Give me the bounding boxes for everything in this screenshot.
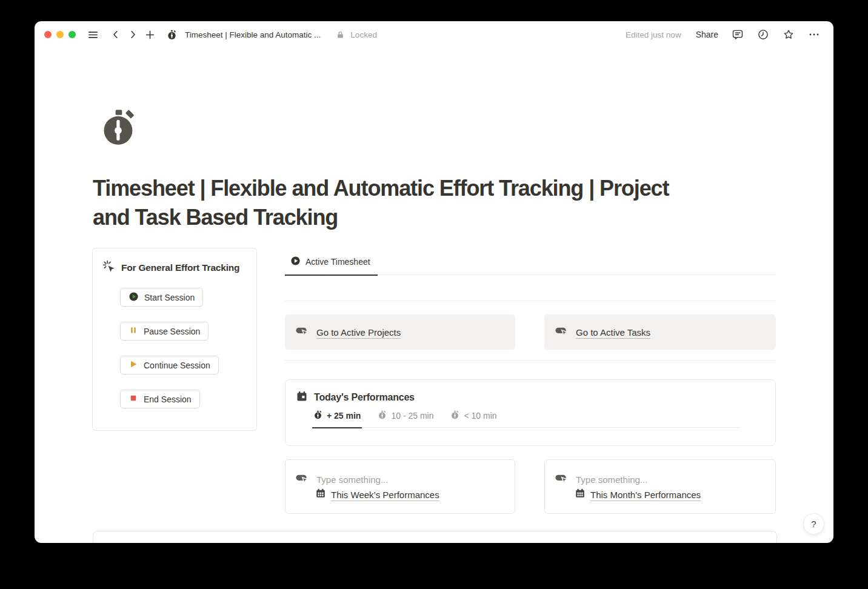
timesheet-tab-bar: Active Timesheet bbox=[285, 253, 776, 275]
button-click-icon bbox=[295, 471, 309, 488]
more-options-icon[interactable] bbox=[807, 27, 821, 42]
tab-stopwatch-icon bbox=[164, 27, 179, 42]
button-click-icon bbox=[295, 324, 309, 341]
lock-icon bbox=[333, 27, 347, 42]
stopwatch-icon bbox=[313, 410, 322, 421]
button-click-icon bbox=[555, 324, 569, 341]
todays-performances-heading: Today's Performances bbox=[314, 392, 415, 403]
calendar-icon bbox=[296, 390, 308, 405]
partial-card bbox=[93, 531, 777, 543]
today-tabs: + 25 min 10 - 25 min < 10 min bbox=[312, 408, 740, 428]
lock-toggle[interactable]: Locked bbox=[333, 27, 377, 42]
play-circle-icon bbox=[129, 291, 139, 304]
month-performance-widget: Type something... This Month's Performan… bbox=[544, 459, 776, 514]
traffic-lights bbox=[44, 31, 76, 38]
go-to-active-tasks-link[interactable]: Go to Active Tasks bbox=[576, 327, 650, 338]
pause-icon bbox=[129, 325, 138, 337]
history-clock-icon[interactable] bbox=[756, 27, 770, 42]
week-performance-widget: Type something... This Week’s Performanc… bbox=[285, 459, 515, 514]
end-session-label: End Session bbox=[144, 394, 192, 404]
start-session-label: Start Session bbox=[144, 293, 195, 302]
page-stopwatch-icon[interactable] bbox=[99, 107, 138, 147]
tab-plus-25-min-label: + 25 min bbox=[327, 411, 361, 421]
share-button[interactable]: Share bbox=[696, 30, 718, 39]
this-months-performances-link[interactable]: This Month's Performances bbox=[590, 490, 701, 500]
continue-session-button[interactable]: Continue Session bbox=[120, 356, 219, 374]
end-session-button[interactable]: End Session bbox=[120, 390, 200, 408]
tab-under-10-min-label: < 10 min bbox=[464, 411, 496, 421]
go-to-active-projects-callout: Go to Active Projects bbox=[285, 314, 515, 350]
minimize-window-button[interactable] bbox=[56, 31, 64, 38]
tab-under-10-min[interactable]: < 10 min bbox=[449, 408, 498, 427]
stopwatch-icon bbox=[378, 410, 387, 421]
general-effort-tracking-card: For General Effort Tracking Start Sessio… bbox=[92, 248, 257, 431]
new-tab-icon[interactable] bbox=[142, 27, 157, 42]
edited-status: Edited just now bbox=[626, 30, 681, 39]
general-card-heading: For General Effort Tracking bbox=[121, 262, 239, 273]
this-weeks-performances-link[interactable]: This Week’s Performances bbox=[331, 490, 439, 500]
comments-icon[interactable] bbox=[730, 27, 745, 42]
divider bbox=[285, 301, 776, 301]
tab-active-timesheet[interactable]: Active Timesheet bbox=[285, 253, 378, 276]
type-something-field[interactable]: Type something... bbox=[576, 474, 647, 485]
go-to-active-projects-link[interactable]: Go to Active Projects bbox=[316, 327, 401, 338]
calendar-grid-icon bbox=[315, 488, 326, 501]
pause-session-button[interactable]: Pause Session bbox=[120, 322, 209, 341]
notion-window: Timesheet | Flexible and Automatic ... L… bbox=[35, 21, 833, 543]
page-title-line-1: Timesheet | Flexible and Automatic Effor… bbox=[93, 174, 784, 203]
play-icon bbox=[129, 359, 138, 371]
todays-performances-card: Today's Performances + 25 min 10 - 25 mi… bbox=[285, 379, 776, 446]
tab-active-timesheet-label: Active Timesheet bbox=[305, 257, 370, 267]
tab-title[interactable]: Timesheet | Flexible and Automatic ... bbox=[185, 30, 321, 39]
start-session-button[interactable]: Start Session bbox=[120, 288, 203, 307]
pause-session-label: Pause Session bbox=[144, 327, 200, 336]
tab-10-25-min-label: 10 - 25 min bbox=[391, 411, 433, 421]
button-click-icon bbox=[555, 471, 569, 488]
zoom-window-button[interactable] bbox=[68, 31, 76, 38]
back-icon[interactable] bbox=[109, 27, 123, 42]
page-title[interactable]: Timesheet | Flexible and Automatic Effor… bbox=[93, 174, 784, 232]
stop-icon bbox=[129, 393, 138, 405]
tab-10-25-min[interactable]: 10 - 25 min bbox=[376, 408, 435, 427]
locked-label: Locked bbox=[350, 30, 377, 39]
play-circle-icon bbox=[290, 256, 301, 268]
cursor-click-icon bbox=[102, 260, 116, 276]
titlebar: Timesheet | Flexible and Automatic ... L… bbox=[35, 21, 833, 48]
tab-plus-25-min[interactable]: + 25 min bbox=[312, 408, 362, 428]
divider bbox=[285, 360, 776, 361]
stopwatch-icon bbox=[450, 410, 459, 421]
type-something-field[interactable]: Type something... bbox=[316, 474, 388, 485]
close-window-button[interactable] bbox=[44, 31, 52, 38]
favorite-star-icon[interactable] bbox=[781, 27, 796, 42]
calendar-grid-icon bbox=[575, 488, 586, 501]
sidebar-menu-icon[interactable] bbox=[85, 27, 100, 42]
help-button[interactable]: ? bbox=[803, 513, 824, 534]
forward-icon[interactable] bbox=[125, 27, 140, 42]
page-title-line-2: and Task Based Tracking bbox=[93, 203, 784, 232]
go-to-active-tasks-callout: Go to Active Tasks bbox=[544, 314, 776, 350]
continue-session-label: Continue Session bbox=[144, 361, 210, 370]
